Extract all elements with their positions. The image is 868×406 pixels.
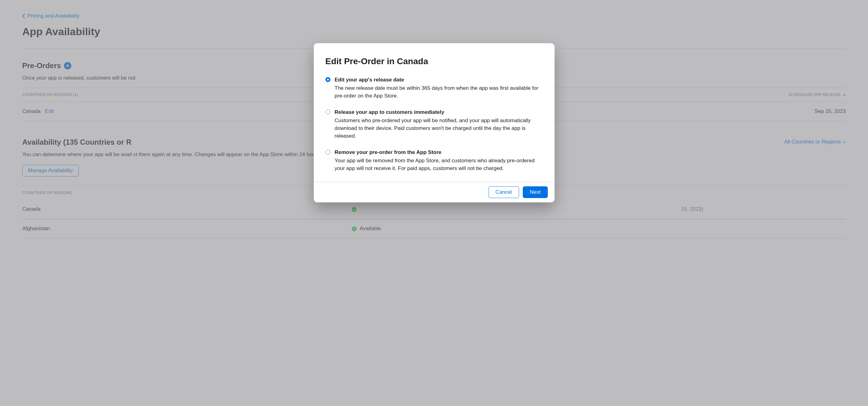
radio-description: Your app will be removed from the App St… [335,157,543,172]
edit-preorder-modal: Edit Pre-Order in Canada Edit your app's… [314,43,555,202]
cancel-button[interactable]: Cancel [489,187,519,198]
radio-label: Release your app to customers immediatel… [335,109,543,116]
radio-option-release-now[interactable]: Release your app to customers immediatel… [326,109,543,140]
radio-icon [326,109,331,114]
radio-icon [326,149,331,155]
modal-footer: Cancel Next [314,182,555,202]
radio-label: Remove your pre-order from the App Store [335,149,543,157]
modal-overlay[interactable]: Edit Pre-Order in Canada Edit your app's… [0,0,868,251]
radio-label: Edit your app's release date [335,76,543,84]
radio-option-edit-date[interactable]: Edit your app's release date The new rel… [326,76,543,100]
modal-title: Edit Pre-Order in Canada [326,55,543,68]
radio-option-remove[interactable]: Remove your pre-order from the App Store… [326,149,543,172]
radio-description: The new release date must be within 365 … [335,84,543,100]
radio-icon [326,77,331,82]
next-button[interactable]: Next [523,187,548,198]
radio-description: Customers who pre-ordered your app will … [335,117,543,140]
